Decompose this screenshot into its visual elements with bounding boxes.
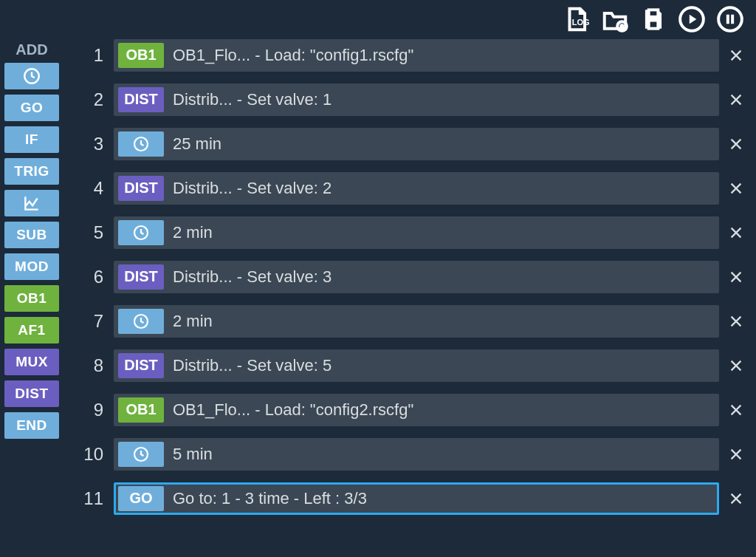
step-description: 25 min — [173, 134, 719, 154]
delete-step-button[interactable] — [722, 92, 750, 108]
sidebar-title: ADD — [4, 41, 59, 63]
chip-label: OB1 — [126, 401, 156, 418]
sequence-row: 325 min — [78, 124, 750, 163]
row-number: 11 — [78, 488, 114, 509]
row-number: 6 — [78, 267, 114, 287]
step-description: Distrib... - Set valve: 5 — [173, 356, 719, 375]
step-chip-ob1: OB1 — [118, 397, 164, 423]
chip-label: GO — [129, 490, 152, 507]
step-description: Distrib... - Set valve: 1 — [173, 90, 719, 109]
delete-step-button[interactable] — [722, 402, 750, 418]
sidebar-item-label: DIST — [15, 386, 48, 402]
sidebar: ADD GOIFTRIGSUBMODOB1AF1MUXDISTEND — [0, 35, 63, 557]
delete-step-button[interactable] — [722, 269, 750, 285]
sidebar-add-clock-icon[interactable] — [4, 63, 59, 89]
step-description: 2 min — [173, 312, 719, 331]
close-icon — [728, 446, 744, 462]
new-folder-button[interactable] — [599, 4, 630, 35]
save-button[interactable] — [638, 4, 669, 35]
row-number: 4 — [78, 178, 114, 199]
close-icon — [728, 180, 744, 197]
step-chip-clock-icon — [118, 309, 164, 334]
sequence-row: 1OB1OB1_Flo... - Load: "config1.rscfg" — [78, 35, 750, 75]
sequence-step[interactable]: OB1OB1_Flo... - Load: "config2.rscfg" — [114, 394, 719, 426]
row-number: 2 — [78, 89, 114, 110]
sidebar-add-trig[interactable]: TRIG — [4, 158, 59, 185]
clock-icon — [132, 224, 150, 242]
sidebar-item-label: AF1 — [18, 322, 45, 338]
sidebar-add-mux[interactable]: MUX — [4, 349, 59, 375]
row-number: 8 — [78, 355, 114, 376]
sequence-step[interactable]: OB1OB1_Flo... - Load: "config1.rscfg" — [114, 39, 719, 72]
sidebar-item-label: OB1 — [17, 290, 47, 307]
delete-step-button[interactable] — [722, 491, 750, 507]
chip-label: DIST — [124, 91, 158, 108]
sequence-step[interactable]: 2 min — [114, 305, 719, 338]
sequence-step[interactable]: DISTDistrib... - Set valve: 5 — [114, 349, 719, 382]
sequence-step[interactable]: DISTDistrib... - Set valve: 1 — [114, 83, 719, 116]
close-icon — [728, 269, 744, 285]
sequence-step[interactable]: GOGo to: 1 - 3 time - Left : 3/3 — [114, 482, 719, 515]
sequence-list: 1OB1OB1_Flo... - Load: "config1.rscfg"2D… — [63, 35, 756, 557]
graph-icon — [22, 194, 41, 213]
sidebar-add-af1[interactable]: AF1 — [4, 317, 59, 344]
step-description: 2 min — [173, 223, 719, 242]
delete-step-button[interactable] — [722, 446, 750, 462]
clock-icon — [132, 312, 150, 330]
sidebar-add-sub[interactable]: SUB — [4, 222, 59, 248]
sequence-row: 6DISTDistrib... - Set valve: 3 — [78, 257, 750, 296]
row-number: 1 — [78, 45, 114, 66]
row-number: 10 — [78, 444, 114, 465]
sequence-row: 105 min — [78, 434, 750, 474]
log-button[interactable] — [561, 4, 592, 35]
sidebar-add-ob1[interactable]: OB1 — [4, 285, 59, 312]
sequence-row: 4DISTDistrib... - Set valve: 2 — [78, 168, 750, 208]
step-chip-clock-icon — [118, 131, 164, 157]
close-icon — [728, 47, 744, 64]
sidebar-item-label: END — [16, 417, 47, 434]
delete-step-button[interactable] — [722, 180, 750, 197]
close-icon — [728, 358, 744, 374]
sidebar-add-go[interactable]: GO — [4, 95, 59, 121]
close-icon — [728, 92, 744, 108]
sidebar-add-graph-icon[interactable] — [4, 190, 59, 216]
chip-label: OB1 — [126, 47, 156, 64]
sequence-row: 11GOGo to: 1 - 3 time - Left : 3/3 — [78, 479, 750, 518]
step-chip-clock-icon — [118, 220, 164, 245]
top-toolbar — [0, 0, 756, 35]
sidebar-add-mod[interactable]: MOD — [4, 253, 59, 280]
delete-step-button[interactable] — [722, 358, 750, 374]
row-number: 9 — [78, 400, 114, 420]
step-description: 5 min — [173, 445, 719, 464]
step-description: OB1_Flo... - Load: "config2.rscfg" — [173, 400, 719, 420]
sidebar-item-label: TRIG — [14, 163, 49, 180]
sequence-row: 8DISTDistrib... - Set valve: 5 — [78, 346, 750, 385]
sidebar-add-dist[interactable]: DIST — [4, 380, 59, 407]
delete-step-button[interactable] — [722, 47, 750, 64]
pause-button[interactable] — [715, 4, 746, 35]
clock-icon — [22, 66, 41, 86]
sidebar-add-if[interactable]: IF — [4, 126, 59, 153]
row-number: 3 — [78, 134, 114, 154]
delete-step-button[interactable] — [722, 313, 750, 329]
close-icon — [728, 491, 744, 507]
step-description: Distrib... - Set valve: 2 — [173, 179, 719, 198]
close-icon — [728, 136, 744, 152]
step-description: Distrib... - Set valve: 3 — [173, 267, 719, 287]
sidebar-item-label: SUB — [16, 227, 47, 243]
sidebar-add-end[interactable]: END — [4, 412, 59, 439]
sequence-step[interactable]: 2 min — [114, 216, 719, 249]
sequence-step[interactable]: DISTDistrib... - Set valve: 2 — [114, 172, 719, 205]
chip-label: DIST — [124, 268, 158, 285]
sidebar-item-label: IF — [25, 131, 38, 148]
step-chip-dist: DIST — [118, 353, 164, 378]
sequence-step[interactable]: DISTDistrib... - Set valve: 3 — [114, 261, 719, 293]
play-button[interactable] — [676, 4, 707, 35]
delete-step-button[interactable] — [722, 225, 750, 241]
sequence-step[interactable]: 25 min — [114, 128, 719, 160]
step-chip-clock-icon — [118, 442, 164, 467]
sequence-step[interactable]: 5 min — [114, 438, 719, 471]
sidebar-item-label: MOD — [15, 259, 49, 275]
delete-step-button[interactable] — [722, 136, 750, 152]
chip-label: DIST — [124, 357, 158, 374]
